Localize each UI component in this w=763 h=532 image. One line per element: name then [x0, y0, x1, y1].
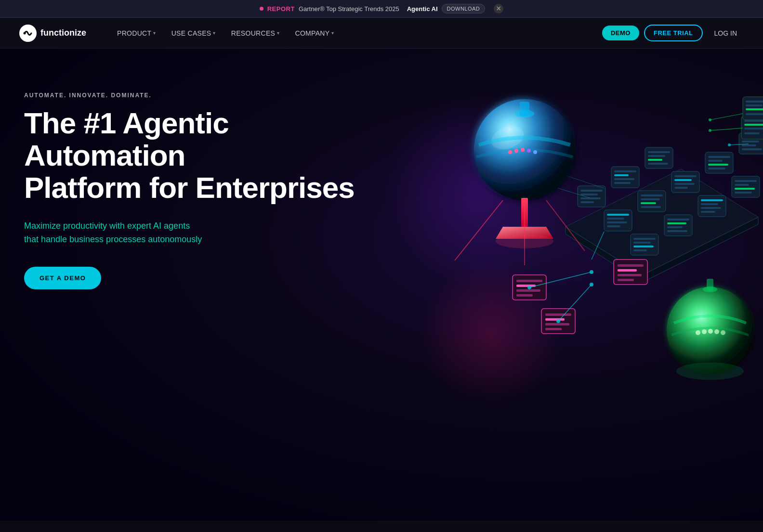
hero-subtitle: Maximize productivity with expert AI age…	[24, 220, 284, 247]
nav-item-use-cases[interactable]: USE CASES ▾	[165, 26, 223, 41]
svg-rect-32	[674, 183, 695, 185]
svg-rect-17	[648, 159, 662, 161]
svg-rect-50	[667, 219, 689, 221]
chevron-down-icon: ▾	[213, 30, 215, 36]
nav-links: PRODUCT ▾ USE CASES ▾ RESOURCES ▾ COMPAN…	[110, 26, 602, 41]
nav-item-company[interactable]: COMPANY ▾	[289, 26, 341, 41]
svg-rect-4	[578, 186, 605, 207]
svg-rect-30	[674, 175, 697, 177]
svg-rect-26	[641, 198, 660, 200]
svg-rect-56	[701, 203, 718, 205]
report-dot-icon	[260, 7, 263, 11]
svg-rect-81	[545, 328, 562, 330]
logo-text: functionize	[40, 28, 86, 38]
svg-rect-18	[648, 163, 668, 165]
logo-icon	[19, 25, 37, 42]
announcement-brand: Agentic AI	[407, 5, 438, 13]
svg-rect-19	[604, 210, 632, 231]
svg-rect-126	[746, 104, 763, 106]
svg-point-114	[714, 329, 719, 334]
svg-rect-117	[707, 279, 713, 291]
svg-rect-45	[633, 238, 656, 240]
svg-rect-79	[545, 318, 565, 321]
svg-rect-33	[674, 187, 688, 189]
svg-point-88	[590, 283, 593, 286]
hero-title: The #1 AgenticAutomationPlatform for Ent…	[24, 107, 355, 204]
svg-rect-46	[633, 242, 651, 244]
svg-rect-55	[701, 199, 723, 201]
svg-rect-16	[648, 155, 665, 157]
svg-rect-21	[607, 218, 624, 220]
svg-rect-123	[744, 132, 760, 134]
svg-rect-22	[607, 221, 627, 223]
svg-rect-37	[708, 164, 728, 166]
download-button[interactable]: DOWNLOAD	[442, 4, 486, 13]
svg-point-100	[527, 149, 531, 153]
svg-point-98	[514, 149, 518, 153]
report-label: REPORT	[267, 5, 295, 13]
svg-rect-5	[580, 190, 603, 192]
hero-illustration	[382, 68, 763, 415]
svg-rect-52	[667, 226, 683, 228]
hero-section: AUTOMATE. INNOVATE. DOMINATE. The #1 Age…	[0, 49, 763, 520]
svg-rect-127	[746, 108, 763, 110]
svg-point-101	[533, 150, 537, 154]
svg-line-129	[710, 128, 743, 130]
svg-rect-36	[708, 160, 723, 162]
svg-rect-80	[545, 323, 569, 325]
nav-actions: DEMO FREE TRIAL LOG IN	[602, 25, 744, 41]
nav-item-product[interactable]: PRODUCT ▾	[110, 26, 163, 41]
svg-rect-66	[618, 264, 644, 267]
hero-eyebrow: AUTOMATE. INNOVATE. DOMINATE.	[24, 92, 355, 99]
svg-point-113	[708, 329, 713, 334]
svg-point-115	[721, 330, 725, 335]
navbar: functionize PRODUCT ▾ USE CASES ▾ RESOUR…	[0, 18, 763, 49]
svg-rect-25	[641, 195, 663, 196]
svg-rect-11	[614, 174, 629, 176]
svg-rect-47	[633, 246, 654, 247]
announcement-bar: REPORT Gartner® Top Strategic Trends 202…	[0, 0, 763, 18]
svg-rect-68	[618, 274, 642, 276]
svg-rect-23	[607, 225, 620, 227]
svg-rect-7	[580, 197, 601, 199]
svg-rect-44	[631, 234, 658, 255]
free-trial-button[interactable]: FREE TRIAL	[644, 25, 703, 41]
chevron-down-icon: ▾	[277, 30, 279, 36]
svg-rect-14	[645, 147, 673, 169]
svg-rect-48	[633, 249, 647, 251]
svg-point-86	[556, 319, 560, 323]
svg-rect-43	[742, 148, 762, 150]
svg-point-99	[521, 148, 525, 152]
svg-rect-120	[744, 120, 763, 122]
svg-point-87	[590, 270, 593, 274]
svg-point-131	[709, 129, 711, 132]
login-button[interactable]: LOG IN	[708, 26, 744, 41]
svg-rect-59	[732, 176, 760, 197]
svg-rect-27	[641, 202, 656, 204]
svg-rect-128	[746, 113, 763, 115]
svg-rect-122	[744, 128, 763, 130]
svg-rect-24	[638, 191, 666, 212]
chevron-down-icon: ▾	[331, 30, 334, 36]
logo-link[interactable]: functionize	[19, 25, 86, 42]
svg-rect-12	[614, 178, 634, 180]
svg-rect-58	[701, 211, 715, 213]
svg-point-112	[702, 329, 707, 334]
get-demo-button[interactable]: GET A DEMO	[24, 267, 101, 289]
svg-point-118	[676, 363, 744, 380]
svg-rect-31	[674, 179, 692, 181]
demo-button[interactable]: DEMO	[602, 26, 639, 40]
svg-point-132	[709, 118, 711, 121]
svg-point-0	[24, 32, 26, 34]
svg-rect-69	[618, 279, 634, 281]
svg-rect-78	[545, 313, 571, 316]
svg-rect-34	[705, 152, 733, 173]
svg-rect-125	[746, 101, 763, 103]
nav-item-resources[interactable]: RESOURCES ▾	[224, 26, 287, 41]
svg-rect-67	[618, 269, 637, 272]
svg-rect-8	[580, 201, 594, 203]
announcement-close-button[interactable]: ×	[494, 4, 503, 13]
svg-rect-60	[735, 180, 757, 182]
svg-rect-29	[671, 171, 699, 193]
svg-rect-57	[701, 207, 721, 209]
